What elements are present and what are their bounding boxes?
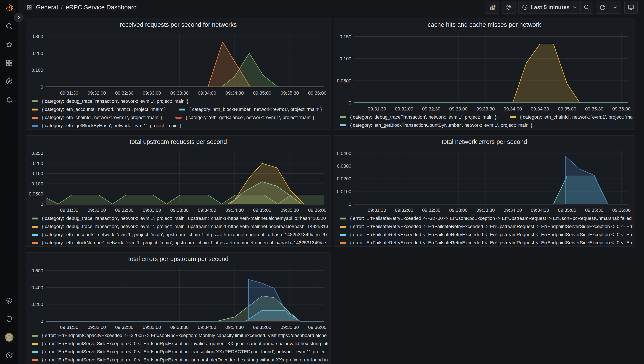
svg-text:09:33:30: 09:33:30 <box>476 208 495 213</box>
svg-text:0.400: 0.400 <box>32 285 43 290</box>
timeseries-chart[interactable]: 00.1000.2000.30009:31:3009:32:0009:32:30… <box>26 30 330 97</box>
legend-series-swatch <box>32 125 38 127</box>
legend-item[interactable]: { category: 'debug_traceTransaction', ne… <box>340 114 496 120</box>
breadcrumb-separator: / <box>61 4 63 11</box>
refresh-interval-dropdown[interactable] <box>609 1 621 14</box>
legend-series-label: { category: 'eth_getBlockTransactionCoun… <box>350 122 532 128</box>
chevron-down-icon <box>572 5 577 10</box>
cycle-view-mode-button[interactable] <box>624 1 638 14</box>
legend-item[interactable]: { error: 'ErrEndpointServerSideException… <box>32 349 328 354</box>
svg-text:09:32:00: 09:32:00 <box>395 208 413 213</box>
panel-upstream-requests: total upstream requests per second 00.05… <box>26 135 331 247</box>
legend-item[interactable]: { error: 'ErrFailsafeRetryExceeded <- -3… <box>340 216 632 221</box>
breadcrumb-section[interactable]: General <box>36 4 58 11</box>
zoom-out-time-button[interactable] <box>580 1 593 14</box>
svg-text:09:32:30: 09:32:30 <box>115 208 134 213</box>
legend-item[interactable]: { category: 'debug_traceTransaction', ne… <box>32 216 326 221</box>
legend-item[interactable]: { category: 'debug_traceTransaction', ne… <box>32 224 328 229</box>
legend-item[interactable]: { error: 'ErrEndpointCapacityExceeded <-… <box>32 333 327 338</box>
svg-text:0.300: 0.300 <box>32 34 43 39</box>
legend-row: { category: 'eth_accounts', network: 'ev… <box>32 105 328 113</box>
dashboard-settings-button[interactable] <box>502 1 516 14</box>
svg-text:0.600: 0.600 <box>32 268 43 273</box>
legend-item[interactable]: { category: 'eth_chainId', network: 'evm… <box>32 115 162 120</box>
dashboard-toolbar: Last 5 minutes <box>486 1 638 14</box>
svg-text:09:32:00: 09:32:00 <box>88 208 106 213</box>
sidebar-item-dashboards[interactable] <box>4 58 14 68</box>
panel-title[interactable]: total errors per upstream per second <box>26 253 330 264</box>
legend-item[interactable]: { error: 'ErrEndpointServerSideException… <box>32 357 328 363</box>
legend-item[interactable]: { error: 'ErrFailsafeRetryExceeded <- Er… <box>340 224 632 229</box>
svg-text:09:35:30: 09:35:30 <box>585 106 604 112</box>
time-range-picker[interactable]: Last 5 minutes <box>518 1 580 14</box>
legend-series-label: { category: 'eth_accounts', network: 'ev… <box>42 232 328 238</box>
refresh-button[interactable] <box>596 1 609 14</box>
legend-item[interactable]: { category: 'eth_chainId', network: 'evm… <box>510 114 632 120</box>
svg-text:09:35:00: 09:35:00 <box>253 90 271 96</box>
legend-row: { category: 'debug_traceTransaction', ne… <box>340 113 632 121</box>
legend-item[interactable]: { category: 'eth_blockNumber', network: … <box>32 240 326 246</box>
legend-series-label: { error: 'ErrFailsafeRetryExceeded <- Er… <box>350 232 632 238</box>
svg-text:0.100: 0.100 <box>32 67 43 73</box>
svg-text:09:33:00: 09:33:00 <box>449 106 468 112</box>
legend-item[interactable]: { category: 'eth_getBlockTransactionCoun… <box>340 122 532 128</box>
legend-item[interactable]: { category: 'eth_getBlockByHash', networ… <box>32 123 182 128</box>
svg-text:09:31:30: 09:31:30 <box>368 208 386 213</box>
svg-text:09:36:00: 09:36:00 <box>308 325 326 330</box>
legend-series-swatch <box>340 124 346 126</box>
user-avatar[interactable] <box>4 332 14 342</box>
svg-text:09:35:00: 09:35:00 <box>558 106 576 112</box>
panel-title[interactable]: cache hits and cache misses per network <box>334 19 634 30</box>
panel-title[interactable]: total upstream requests per second <box>26 135 330 147</box>
sidebar-item-help[interactable] <box>4 351 14 360</box>
chevron-right-icon <box>16 15 22 20</box>
breadcrumb: General / eRPC Service Dashboard <box>36 4 137 11</box>
legend-item[interactable]: { error: 'ErrFailsafeRetryExceeded <- Er… <box>340 240 632 246</box>
svg-text:09:35:30: 09:35:30 <box>280 325 299 330</box>
sidebar-expand-button[interactable] <box>14 13 24 22</box>
legend-item[interactable]: { category: 'eth_blockNumber', network: … <box>179 107 322 112</box>
timeseries-chart[interactable]: 00.2000.4000.60009:31:3009:32:0009:32:30… <box>26 264 330 331</box>
legend-item[interactable]: { category: 'debug_traceTransaction', ne… <box>32 98 188 104</box>
page-title[interactable]: eRPC Service Dashboard <box>66 4 137 11</box>
svg-text:09:33:30: 09:33:30 <box>170 208 188 213</box>
panel-network-errors: total network errors per second 00.01000… <box>334 135 635 247</box>
svg-text:09:35:00: 09:35:00 <box>558 208 576 213</box>
grafana-logo[interactable] <box>4 3 14 13</box>
legend-item[interactable]: { error: 'ErrEndpointServerSideException… <box>32 341 328 346</box>
timeseries-chart[interactable]: 00.05000.1000.1500.2000.25009:31:3009:32… <box>26 147 330 214</box>
timeseries-chart[interactable]: 00.01000.02000.03000.040009:31:3009:32:0… <box>334 147 634 214</box>
svg-text:09:31:30: 09:31:30 <box>60 90 78 96</box>
time-range-label: Last 5 minutes <box>531 4 570 11</box>
svg-text:09:34:30: 09:34:30 <box>531 208 549 213</box>
svg-text:0.0100: 0.0100 <box>337 189 351 194</box>
legend-item[interactable]: { category: 'eth_accounts', network: 'ev… <box>32 107 166 112</box>
svg-text:09:35:00: 09:35:00 <box>253 325 271 330</box>
sidebar-item-search[interactable] <box>4 22 14 31</box>
svg-text:0.0200: 0.0200 <box>337 176 351 181</box>
sidebar-item-server-admin[interactable] <box>4 314 14 324</box>
legend-series-swatch <box>340 226 346 228</box>
timeseries-chart[interactable]: 00.05000.1000.15009:31:3009:32:0009:32:3… <box>334 30 634 113</box>
legend-series-label: { error: 'ErrEndpointCapacityExceeded <-… <box>42 333 327 338</box>
panel-title[interactable]: received requests per second for network… <box>26 19 330 30</box>
legend-item[interactable]: { category: 'eth_getBalance', network: '… <box>175 115 314 120</box>
svg-text:09:36:00: 09:36:00 <box>308 208 326 213</box>
legend-item[interactable]: { category: 'eth_accounts', network: 'ev… <box>32 232 328 238</box>
clock-icon <box>522 4 528 11</box>
sidebar-item-explore[interactable] <box>4 77 14 86</box>
panel-title[interactable]: total network errors per second <box>334 135 634 147</box>
legend-series-label: { error: 'ErrFailsafeRetryExceeded <- Er… <box>350 240 632 246</box>
svg-text:09:33:00: 09:33:00 <box>142 208 161 213</box>
settings-gear-icon <box>5 297 13 305</box>
svg-text:0.200: 0.200 <box>32 161 43 166</box>
legend-series-label: { category: 'debug_traceTransaction', ne… <box>42 98 188 104</box>
breadcrumb-grid-icon <box>26 5 32 10</box>
legend-item[interactable]: { error: 'ErrFailsafeRetryExceeded <- Er… <box>340 232 632 238</box>
add-panel-button[interactable] <box>486 1 499 14</box>
panel-legend: { category: 'debug_traceTransaction', ne… <box>26 214 330 247</box>
sidebar-item-configuration[interactable] <box>4 296 14 306</box>
sidebar-item-starred[interactable] <box>4 40 14 49</box>
sidebar-item-alerting[interactable] <box>4 95 14 104</box>
admin-shield-icon <box>5 315 13 323</box>
